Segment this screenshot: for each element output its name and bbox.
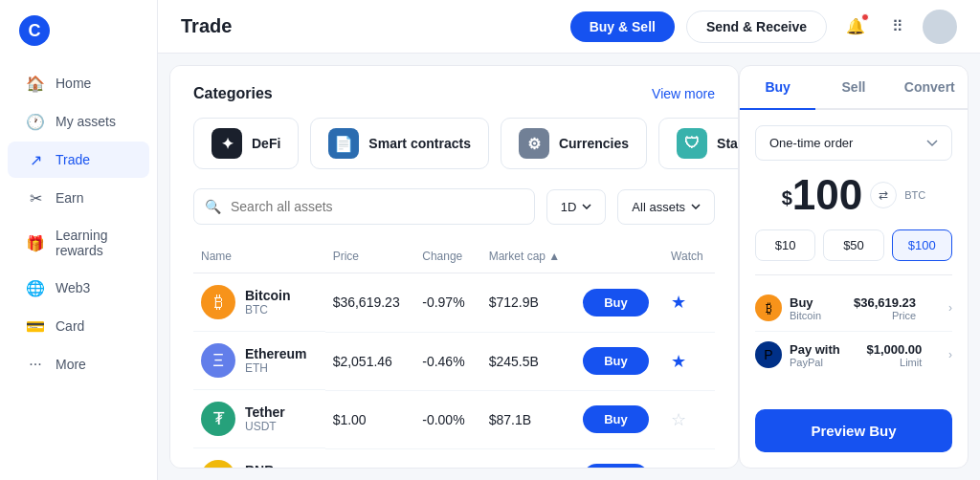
avatar[interactable] [923, 10, 957, 44]
search-bar-row: 🔍 1D All assets [193, 188, 715, 225]
buy-info-row[interactable]: ₿ Buy Bitcoin $36,619.23 Price › [755, 285, 952, 332]
buy-info-text: Buy Bitcoin [790, 295, 821, 321]
buy-button[interactable]: Buy [583, 464, 649, 469]
category-currencies[interactable]: ⚙ Currencies [501, 118, 647, 169]
col-change: Change [414, 244, 480, 273]
more-icon: ··· [27, 356, 44, 373]
topbar: Trade Buy & Sell Send & Receive 🔔 ⠿ [158, 0, 980, 54]
asset-table: Name Price Change Market cap ▲ Watch ₿ B… [193, 244, 715, 469]
buy-button[interactable]: Buy [583, 289, 649, 316]
categories-header: Categories View more [193, 85, 715, 102]
col-market-cap[interactable]: Market cap ▲ [481, 244, 575, 273]
pay-info-row[interactable]: P Pay with PayPal $1,000.00 Limit › [755, 332, 952, 378]
search-input[interactable] [193, 188, 535, 225]
buy-info-left: ₿ Buy Bitcoin [755, 295, 821, 321]
category-stablecoins[interactable]: 🛡 Stablecoins [658, 118, 739, 169]
preview-buy-button[interactable]: Preview Buy [755, 409, 952, 452]
topbar-icons: 🔔 ⠿ [838, 10, 957, 44]
sidebar-item-label: My assets [56, 114, 116, 129]
table-row: ₮ Tether USDT $1.00 -0.00% $87.1B Buy ☆ [193, 390, 715, 448]
quick-100[interactable]: $100 [892, 229, 952, 261]
trade-panel: Buy Sell Convert One-time order $ 100 ⇄ … [739, 65, 969, 469]
coin-change: -0.00% [414, 390, 480, 448]
web3-icon: 🌐 [27, 279, 44, 296]
buy-cell: Buy [575, 390, 663, 448]
smart-icon: 📄 [328, 128, 359, 159]
home-icon: 🏠 [27, 75, 44, 92]
sidebar-item-learning[interactable]: 🎁 Learning rewards [8, 218, 149, 268]
tab-buy[interactable]: Buy [740, 66, 815, 110]
coin-name: Tether [245, 404, 285, 420]
topbar-actions: Buy & Sell Send & Receive 🔔 ⠿ [570, 10, 957, 44]
watch-star[interactable]: ☆ [671, 410, 686, 429]
watch-star[interactable]: ★ [671, 352, 686, 371]
quick-50[interactable]: $50 [823, 229, 883, 261]
coin-name-cell: ₿ Bitcoin BTC [201, 285, 290, 319]
buy-sell-button[interactable]: Buy & Sell [570, 11, 675, 42]
watch-cell: ★ [663, 273, 715, 333]
coin-info: Ethereum ETH [245, 346, 307, 375]
buy-label: Buy [790, 295, 821, 310]
search-input-wrap: 🔍 [193, 188, 535, 225]
clock-icon: 🕐 [27, 113, 44, 130]
order-type-button[interactable]: One-time order [755, 125, 952, 161]
panel-body: One-time order $ 100 ⇄ BTC $10 $50 $100 [740, 110, 968, 409]
sidebar-item-label: Learning rewards [56, 228, 130, 258]
category-defi[interactable]: ✦ DeFi [193, 118, 299, 169]
buy-cell: Buy [575, 332, 663, 390]
chevron-down-icon [582, 204, 591, 209]
bitcoin-icon: ₿ [755, 295, 782, 321]
amount-display: $ 100 ⇄ BTC [755, 174, 952, 216]
col-watch: Watch [663, 244, 715, 273]
trade-main-panel: Categories View more ✦ DeFi 📄 Smart cont… [169, 65, 739, 469]
earn-icon: ✂ [27, 189, 44, 207]
col-name: Name [193, 244, 325, 273]
chevron-down-icon [691, 204, 701, 209]
sidebar-item-label: Earn [56, 190, 84, 206]
categories-title: Categories [193, 85, 273, 102]
time-filter[interactable]: 1D [546, 189, 607, 225]
coin-price: $36,619.23 [325, 273, 415, 333]
quick-10[interactable]: $10 [755, 229, 815, 261]
type-filter[interactable]: All assets [617, 189, 715, 225]
pay-label: Pay with [790, 342, 840, 357]
watch-star[interactable]: ☆ [671, 469, 686, 469]
swap-icon[interactable]: ⇄ [870, 182, 897, 208]
sidebar-item-card[interactable]: 💳 Card [8, 308, 149, 344]
content-area: Categories View more ✦ DeFi 📄 Smart cont… [158, 54, 980, 480]
logo: C [0, 15, 157, 65]
send-receive-button[interactable]: Send & Receive [686, 11, 827, 43]
time-filter-value: 1D [561, 200, 577, 214]
coin-symbol: USDT [245, 420, 285, 433]
buy-button[interactable]: Buy [583, 405, 649, 433]
sidebar-item-more[interactable]: ··· More [8, 346, 149, 382]
sidebar-item-label: Home [56, 76, 91, 91]
coin-info: Tether USDT [245, 404, 285, 433]
quick-amounts: $10 $50 $100 [755, 229, 952, 261]
pay-info-left: P Pay with PayPal [755, 341, 840, 368]
tab-convert[interactable]: Convert [892, 66, 968, 110]
tab-sell[interactable]: Sell [815, 66, 891, 110]
buy-value: $36,619.23 [854, 295, 916, 310]
watch-star[interactable]: ★ [671, 293, 686, 312]
gift-icon: 🎁 [27, 234, 44, 251]
category-smart[interactable]: 📄 Smart contracts [310, 118, 489, 169]
view-more-link[interactable]: View more [652, 86, 715, 101]
sidebar-item-home[interactable]: 🏠 Home [8, 65, 149, 101]
coin-market-cap: $712.9B [481, 273, 575, 333]
type-filter-value: All assets [632, 200, 685, 214]
sidebar-item-trade[interactable]: ↗ Trade [8, 142, 149, 178]
coin-change: -0.97% [414, 273, 480, 333]
sidebar-item-earn[interactable]: ✂ Earn [8, 180, 149, 216]
category-label: Stablecoins [717, 136, 739, 151]
notification-button[interactable]: 🔔 [838, 10, 873, 44]
sidebar-nav: 🏠 Home 🕐 My assets ↗ Trade ✂ Earn 🎁 Lear… [0, 65, 157, 382]
buy-cell: Buy [575, 448, 663, 469]
grid-button[interactable]: ⠿ [880, 10, 915, 44]
sidebar-item-web3[interactable]: 🌐 Web3 [8, 270, 149, 306]
buy-sub: Bitcoin [790, 310, 821, 321]
sidebar-item-my-assets[interactable]: 🕐 My assets [8, 103, 149, 140]
logo-icon: C [19, 15, 50, 46]
buy-button[interactable]: Buy [583, 347, 649, 375]
coin-change: -0.46% [414, 332, 480, 390]
